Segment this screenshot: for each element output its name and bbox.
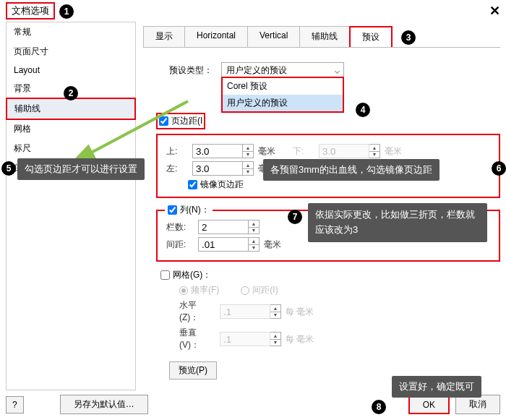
spinner: ▲▼ bbox=[369, 144, 380, 158]
help-button[interactable]: ? bbox=[6, 396, 24, 413]
grid-hz-input bbox=[220, 304, 270, 319]
note-6: 各预留3mm的出血线，勾选镜像页边距 bbox=[263, 159, 439, 181]
spinner: ▲▼ bbox=[270, 332, 281, 346]
unit: 毫米 bbox=[264, 239, 281, 251]
spinner[interactable]: ▲▼ bbox=[249, 237, 260, 252]
margin-top-input[interactable] bbox=[192, 144, 243, 158]
columns-gap-input[interactable] bbox=[198, 237, 249, 252]
columns-legend: 列(N)： bbox=[180, 204, 210, 216]
tab-vertical[interactable]: Vertical bbox=[247, 26, 300, 47]
tabs: 显示 Horizontal Vertical 辅助线 预设 bbox=[143, 26, 500, 48]
margin-bottom-label: 下: bbox=[293, 145, 314, 158]
spinner: ▲▼ bbox=[270, 304, 281, 319]
margin-left-label: 左: bbox=[166, 163, 188, 175]
columns-gap-label: 间距: bbox=[166, 239, 194, 251]
unit: 每 毫米 bbox=[286, 306, 314, 318]
note-5: 勾选页边距才可以进行设置 bbox=[17, 158, 145, 180]
ok-button[interactable]: OK bbox=[408, 395, 450, 414]
margin-top-label: 上: bbox=[166, 145, 188, 158]
dropdown-value: 用户定义的预设 bbox=[226, 64, 287, 77]
grid-checkbox[interactable] bbox=[160, 270, 170, 280]
unit: 毫米 bbox=[258, 145, 275, 158]
sidebar-item-layout[interactable]: Layout bbox=[7, 61, 135, 79]
dropdown-list: Corel 预设 用户定义的预设 bbox=[221, 77, 344, 113]
sidebar-item-pagesize[interactable]: 页面尺寸 bbox=[7, 42, 135, 61]
sidebar: 常规 页面尺寸 Layout 背景 辅助线 网格 标尺 保存 bbox=[6, 22, 136, 390]
grid-legend: 网格(G)： bbox=[173, 269, 211, 281]
close-icon[interactable]: ✕ bbox=[489, 3, 500, 19]
sidebar-item-general[interactable]: 常规 bbox=[7, 22, 135, 42]
tab-guidelines[interactable]: 辅助线 bbox=[299, 26, 350, 47]
margin-legend: 页边距(I bbox=[171, 115, 202, 127]
columns-count-input[interactable] bbox=[198, 220, 249, 234]
grid-vt-input bbox=[220, 332, 270, 346]
spinner[interactable]: ▲▼ bbox=[243, 161, 254, 176]
preview-button[interactable]: 预览(P) bbox=[169, 361, 217, 380]
columns-count-label: 栏数: bbox=[166, 221, 194, 233]
margin-left-input[interactable] bbox=[192, 161, 243, 176]
spinner[interactable]: ▲▼ bbox=[243, 144, 254, 158]
save-default-button[interactable]: 另存为默认值… bbox=[60, 395, 148, 414]
window-title: 文档选项 bbox=[6, 2, 55, 20]
preset-type-dropdown[interactable]: 用户定义的预设 bbox=[221, 62, 344, 78]
mirror-label: 镜像页边距 bbox=[200, 179, 244, 191]
grid-group: 网格(G)： 频率(F) 间距(I) 水平(Z)： ▲▼ 每 毫米 垂直(V)：… bbox=[156, 269, 500, 351]
chevron-down-icon bbox=[335, 65, 339, 75]
dropdown-option-user[interactable]: 用户定义的预设 bbox=[223, 95, 343, 111]
tab-presets[interactable]: 预设 bbox=[349, 26, 393, 47]
grid-hz-label: 水平(Z)： bbox=[179, 299, 215, 324]
grid-vt-label: 垂直(V)： bbox=[179, 327, 215, 351]
columns-checkbox[interactable] bbox=[168, 205, 177, 215]
sidebar-item-ruler[interactable]: 标尺 bbox=[7, 139, 135, 158]
unit: 毫米 bbox=[385, 145, 402, 158]
spinner[interactable]: ▲▼ bbox=[249, 220, 260, 234]
tab-display[interactable]: 显示 bbox=[143, 26, 185, 47]
tab-horizontal[interactable]: Horizontal bbox=[184, 26, 248, 47]
sidebar-item-grid[interactable]: 网格 bbox=[7, 119, 135, 139]
note-8: 设置好，确定既可 bbox=[392, 376, 481, 398]
margin-checkbox[interactable] bbox=[159, 116, 168, 126]
radio-frequency: 频率(F) bbox=[179, 284, 219, 296]
dropdown-option-corel[interactable]: Corel 预设 bbox=[223, 78, 343, 95]
sidebar-item-guidelines[interactable]: 辅助线 bbox=[6, 98, 136, 120]
cancel-button[interactable]: 取消 bbox=[455, 395, 500, 414]
margin-bottom-input bbox=[319, 144, 369, 158]
unit: 每 毫米 bbox=[286, 333, 314, 346]
note-7: 依据实际更改，比如做三折页，栏数就应该改为3 bbox=[308, 203, 487, 242]
radio-spacing: 间距(I) bbox=[241, 284, 278, 296]
mirror-checkbox[interactable] bbox=[188, 180, 197, 189]
preset-type-label: 预设类型： bbox=[169, 64, 213, 77]
